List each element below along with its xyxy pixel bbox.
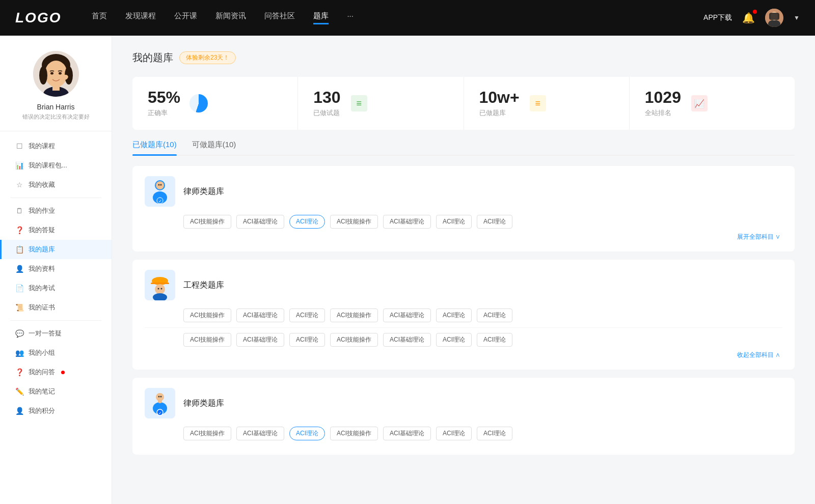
- tag-item[interactable]: ACI理论: [436, 427, 472, 440]
- sidebar-item-group[interactable]: 👥 我的小组: [0, 343, 112, 362]
- collapse-link-engineer[interactable]: 收起全部科目 ∧: [145, 351, 782, 359]
- sidebar-item-label: 一对一答疑: [29, 329, 62, 338]
- tags-row-lawyer-1: ACI技能操作 ACI基础理论 ACI理论 ACI技能操作 ACI基础理论 AC…: [145, 215, 782, 229]
- sidebar-item-note[interactable]: ✏️ 我的笔记: [0, 382, 112, 401]
- tag-item[interactable]: ACI基础理论: [236, 333, 284, 347]
- engineer-icon: [145, 270, 175, 300]
- stat-banks-value: 10w+: [479, 89, 520, 105]
- notification-badge: [753, 10, 757, 14]
- star-icon: ☆: [15, 181, 23, 189]
- sidebar-item-label: 我的答疑: [29, 226, 55, 235]
- q-list-icon: ≡: [351, 95, 367, 111]
- tag-item[interactable]: ACI技能操作: [330, 309, 378, 322]
- sidebar-menu: ☐ 我的课程 📊 我的课程包... ☆ 我的收藏 🗒 我的作业 ❓ 我的答疑 📋: [0, 136, 112, 421]
- course-icon: ☐: [15, 142, 23, 150]
- app-download-button[interactable]: APP下载: [703, 13, 732, 22]
- tag-item[interactable]: ACI基础理论: [383, 427, 431, 440]
- stat-questions-value: 130: [313, 89, 340, 105]
- tag-item[interactable]: ACI理论: [289, 309, 325, 322]
- tag-item[interactable]: ACI理论: [477, 309, 512, 322]
- qa-icon: ❓: [15, 226, 23, 234]
- qbank-title-engineer: 工程类题库: [183, 280, 224, 291]
- logo[interactable]: LOGO: [15, 10, 61, 26]
- tag-item[interactable]: ACI理论: [477, 215, 512, 229]
- stat-rank-text: 1029 全站排名: [645, 89, 681, 118]
- tag-item[interactable]: ACI基础理论: [236, 427, 284, 440]
- tag-item[interactable]: ACI技能操作: [330, 427, 378, 440]
- tag-item[interactable]: ACI基础理论: [383, 333, 431, 347]
- tag-item[interactable]: ACI技能操作: [330, 333, 378, 347]
- trial-badge: 体验剩余23天！: [179, 51, 236, 64]
- nav-more[interactable]: ···: [347, 11, 354, 24]
- sidebar-item-label: 我的小组: [29, 348, 55, 357]
- tag-item[interactable]: ACI技能操作: [330, 215, 378, 229]
- expand-link-lawyer-1[interactable]: 展开全部科目 ∨: [145, 233, 782, 241]
- sidebar-item-cert[interactable]: 📜 我的证书: [0, 298, 112, 317]
- nav-news[interactable]: 新闻资讯: [215, 11, 246, 24]
- svg-point-33: [160, 396, 162, 398]
- tag-item[interactable]: ACI基础理论: [383, 215, 431, 229]
- tag-item-active[interactable]: ACI理论: [289, 427, 325, 440]
- sidebar-item-material[interactable]: 👤 我的资料: [0, 259, 112, 278]
- sidebar-item-homework[interactable]: 🗒 我的作业: [0, 201, 112, 220]
- qbank-card-engineer: 工程类题库 ACI技能操作 ACI基础理论 ACI理论 ACI技能操作 ACI基…: [132, 260, 795, 370]
- sidebar-item-favorites[interactable]: ☆ 我的收藏: [0, 175, 112, 194]
- svg-point-27: [158, 288, 159, 290]
- tab-available-banks[interactable]: 可做题库(10): [192, 140, 236, 155]
- sidebar-item-my-course[interactable]: ☐ 我的课程: [0, 136, 112, 156]
- tag-item[interactable]: ACI基础理论: [236, 215, 284, 229]
- svg-point-19: [156, 181, 164, 189]
- stat-questions-label: 已做试题: [313, 108, 340, 118]
- qbank-divider: [145, 327, 782, 328]
- sidebar-item-label: 我的收藏: [29, 180, 55, 189]
- sidebar-item-question[interactable]: ❓ 我的问答: [0, 362, 112, 382]
- sidebar-item-qbank[interactable]: 📋 我的题库: [0, 240, 112, 259]
- tag-item-active[interactable]: ACI理论: [289, 215, 325, 229]
- tags-row-lawyer-2: ACI技能操作 ACI基础理论 ACI理论 ACI技能操作 ACI基础理论 AC…: [145, 427, 782, 440]
- tag-item[interactable]: ACI技能操作: [183, 309, 231, 322]
- sidebar-item-course-package[interactable]: 📊 我的课程包...: [0, 156, 112, 175]
- sidebar-item-oneone[interactable]: 💬 一对一答疑: [0, 324, 112, 343]
- nav-discover[interactable]: 发现课程: [125, 11, 156, 24]
- stat-questions-text: 130 已做试题: [313, 89, 340, 118]
- tag-item[interactable]: ACI理论: [289, 333, 325, 347]
- tag-item[interactable]: ACI理论: [477, 333, 512, 347]
- exam-icon: 📄: [15, 284, 23, 292]
- tag-item[interactable]: ACI技能操作: [183, 427, 231, 440]
- menu-divider-2: [10, 320, 101, 321]
- tag-item[interactable]: ACI技能操作: [183, 215, 231, 229]
- notification-bell-icon[interactable]: 🔔: [742, 12, 755, 24]
- tag-item[interactable]: ACI理论: [477, 427, 512, 440]
- navbar-right: APP下载 🔔 ▼: [703, 9, 800, 27]
- nav-open-course[interactable]: 公开课: [174, 11, 197, 24]
- nav-menu: 首页 发现课程 公开课 新闻资讯 问答社区 题库 ···: [92, 11, 703, 24]
- tag-item[interactable]: ACI技能操作: [183, 333, 231, 347]
- avatar: [33, 51, 79, 97]
- user-avatar-nav[interactable]: [765, 9, 783, 27]
- tag-item[interactable]: ACI基础理论: [383, 309, 431, 322]
- sidebar-item-points[interactable]: 👤 我的积分: [0, 401, 112, 421]
- user-dropdown-arrow-icon[interactable]: ▼: [794, 14, 800, 21]
- nav-qa[interactable]: 问答社区: [264, 11, 295, 24]
- sidebar-item-label: 我的课程包...: [29, 161, 67, 170]
- nav-qbank[interactable]: 题库: [313, 11, 329, 24]
- sidebar-item-label: 我的课程: [29, 142, 55, 151]
- tag-item[interactable]: ACI理论: [436, 215, 472, 229]
- ranking-chart-icon: 📈: [691, 95, 708, 111]
- points-icon: 👤: [15, 407, 23, 415]
- tag-item[interactable]: ACI理论: [436, 309, 472, 322]
- rank-icon: 📈: [689, 93, 710, 114]
- qbank-card-lawyer-2: ✓ 律师类题库 ACI技能操作 ACI基础理论 ACI理论 ACI技能操作 AC…: [132, 378, 795, 455]
- sidebar-item-my-qa[interactable]: ❓ 我的答疑: [0, 220, 112, 240]
- tab-done-banks[interactable]: 已做题库(10): [132, 140, 177, 155]
- package-icon: 📊: [15, 161, 23, 170]
- page-layout: Brian Harris 错误的决定比没有决定要好 ☐ 我的课程 📊 我的课程包…: [0, 36, 815, 504]
- stat-banks-done: 10w+ 已做题库 ≡: [464, 77, 630, 130]
- sidebar-item-exam[interactable]: 📄 我的考试: [0, 278, 112, 298]
- question-red-dot: [61, 371, 65, 374]
- profile-motto: 错误的决定比没有决定要好: [12, 113, 100, 121]
- nav-home[interactable]: 首页: [92, 11, 107, 24]
- tag-item[interactable]: ACI理论: [436, 333, 472, 347]
- tag-item[interactable]: ACI基础理论: [236, 309, 284, 322]
- svg-point-28: [161, 288, 162, 290]
